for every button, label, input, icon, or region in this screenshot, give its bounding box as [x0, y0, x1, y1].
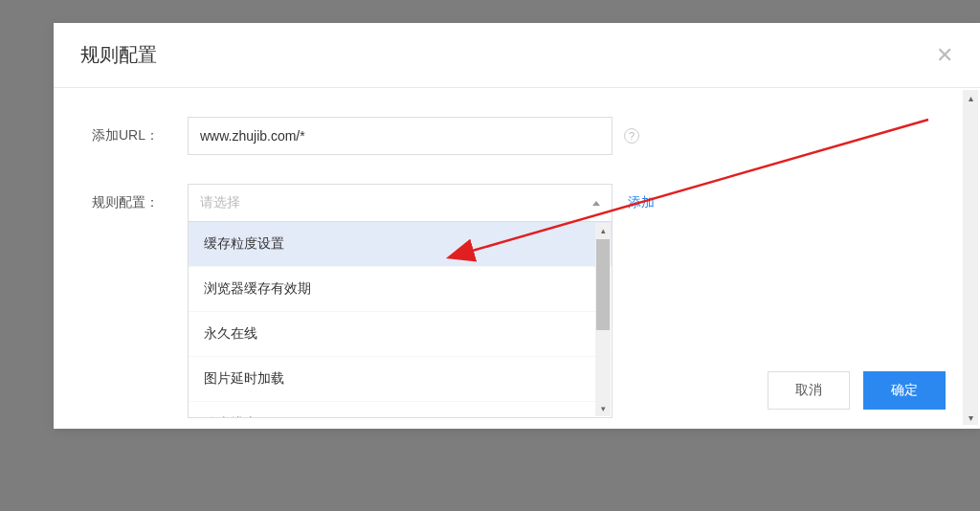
- modal-scrollbar[interactable]: ▴ ▾: [963, 90, 978, 425]
- scroll-up-icon[interactable]: ▴: [963, 90, 978, 105]
- help-icon[interactable]: ?: [624, 128, 639, 144]
- confirm-button[interactable]: 确定: [863, 371, 946, 410]
- rule-select[interactable]: 请选择: [188, 184, 612, 222]
- rule-select-wrapper: 请选择 缓存粒度设置 浏览器缓存有效期 永久在线 图片延时加载 分类排序 ▴ ▾: [188, 184, 612, 222]
- select-placeholder: 请选择: [200, 194, 240, 211]
- dropdown-item[interactable]: 图片延时加载: [189, 357, 612, 402]
- config-row: 规则配置： 请选择 缓存粒度设置 浏览器缓存有效期 永久在线 图片延时加载 分类…: [92, 184, 961, 222]
- url-label: 添加URL：: [92, 127, 188, 144]
- cancel-button[interactable]: 取消: [768, 371, 850, 410]
- scroll-up-icon[interactable]: ▴: [595, 223, 611, 238]
- modal-title: 规则配置: [80, 42, 157, 68]
- modal-footer: 取消 确定: [768, 371, 946, 410]
- chevron-up-icon: [592, 201, 600, 206]
- url-input[interactable]: [188, 117, 612, 155]
- config-label: 规则配置：: [92, 194, 188, 211]
- dropdown-item[interactable]: 缓存粒度设置: [189, 222, 612, 267]
- scroll-down-icon[interactable]: ▾: [595, 401, 611, 416]
- close-icon[interactable]: ✕: [936, 45, 953, 66]
- dropdown-item[interactable]: 永久在线: [189, 312, 612, 357]
- scroll-down-icon[interactable]: ▾: [963, 410, 978, 425]
- modal-body: 添加URL： ? 规则配置： 请选择 缓存粒度设置 浏览器缓存有效期 永久在线 …: [54, 88, 980, 427]
- dropdown-scrollbar[interactable]: ▴ ▾: [595, 223, 611, 416]
- add-link[interactable]: 添加: [628, 194, 655, 211]
- dropdown-item[interactable]: 浏览器缓存有效期: [189, 267, 612, 312]
- rule-config-modal: 规则配置 ✕ 添加URL： ? 规则配置： 请选择 缓存粒度设置 浏览器缓存有效…: [54, 23, 980, 429]
- dropdown-item[interactable]: 分类排序: [189, 402, 612, 418]
- rule-dropdown: 缓存粒度设置 浏览器缓存有效期 永久在线 图片延时加载 分类排序 ▴ ▾: [188, 222, 612, 418]
- scroll-thumb[interactable]: [596, 239, 610, 330]
- modal-header: 规则配置 ✕: [54, 23, 980, 88]
- url-row: 添加URL： ?: [92, 117, 961, 155]
